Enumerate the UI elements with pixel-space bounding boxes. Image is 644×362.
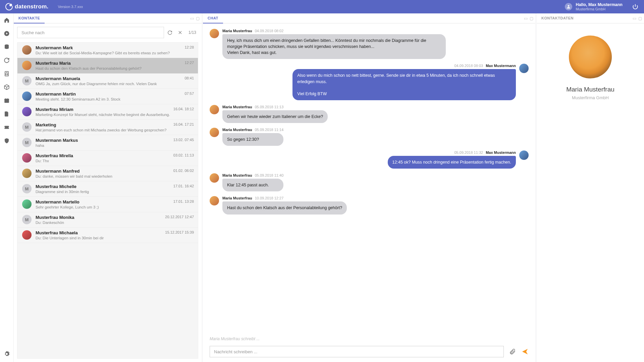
reload-icon[interactable] xyxy=(167,30,172,35)
message-avatar xyxy=(210,29,219,38)
avatar: M xyxy=(22,122,32,132)
tab-kontakte[interactable]: KONTAKTE xyxy=(14,13,45,23)
contact-item[interactable]: MMustermann Markus13.02. 07:45haha xyxy=(17,135,198,150)
close-icon[interactable] xyxy=(178,30,182,35)
avatar xyxy=(22,45,32,55)
message-avatar xyxy=(210,173,219,183)
refresh-icon[interactable] xyxy=(3,57,10,64)
contact-time: 13.02. 07:45 xyxy=(173,138,194,143)
contact-item[interactable]: Mustermann Mark12:28Du: Wie weit ist die… xyxy=(17,43,198,58)
contact-time: 12:27 xyxy=(184,61,194,66)
contact-time: 01.02. 06:02 xyxy=(173,169,194,174)
attach-button[interactable] xyxy=(509,348,516,355)
contact-item[interactable]: Mustermann Manfred01.02. 06:02Du: danke,… xyxy=(17,166,198,181)
avatar xyxy=(22,230,32,240)
chat-messages: Maria Musterfrau04.09.2018 08:02Hey, ich… xyxy=(203,23,535,335)
avatar xyxy=(22,61,32,70)
file-icon[interactable] xyxy=(3,111,10,117)
maximize-panel-icon[interactable]: ▢ xyxy=(196,16,200,21)
user-greeting: Hallo, Max Mustermann xyxy=(576,2,623,7)
contact-item[interactable]: Musterfrau Miriam16.04. 18:12Marketing-K… xyxy=(17,104,198,120)
contact-preview: Meeting steht. 12:30 Seminarraum A2 im 3… xyxy=(36,97,194,101)
play-icon[interactable] xyxy=(3,30,10,37)
contact-item[interactable]: Musterfrau Michaela15.12.2017 15:39Du: D… xyxy=(17,228,198,243)
svg-point-8 xyxy=(7,74,8,75)
search-input[interactable] xyxy=(17,27,164,38)
contact-item[interactable]: MMarketing16.04. 17:21Hat jemand von euc… xyxy=(17,120,198,135)
minimize-panel-icon[interactable]: ▭ xyxy=(633,16,636,21)
contact-name: Marketing xyxy=(36,122,56,127)
svg-point-6 xyxy=(7,73,8,74)
contact-time: 07:57 xyxy=(184,92,194,97)
contact-time: 16.04. 18:12 xyxy=(173,107,194,112)
tab-kontaktdaten[interactable]: KONTAKTDATEN xyxy=(537,13,578,23)
message-input[interactable] xyxy=(210,346,504,357)
message-row: Maria Musterfrau05.09.2018 11:13Gehen wi… xyxy=(210,105,529,123)
minimize-panel-icon[interactable]: ▭ xyxy=(190,16,194,21)
message-row: Maria Musterfrau05.09.2018 11:14So gegen… xyxy=(210,128,529,146)
calculator-icon[interactable] xyxy=(3,70,10,77)
message-row: Maria Musterfrau04.09.2018 08:02Hey, ich… xyxy=(210,29,529,59)
contact-time: 03.02. 11:13 xyxy=(173,153,194,158)
app-header: datenstrom. Version 3.7.xxx Hallo, Max M… xyxy=(0,0,644,13)
svg-point-7 xyxy=(6,74,6,75)
message-bubble: Klar 12:45 passt auch. xyxy=(222,179,283,191)
contact-preview: haha xyxy=(36,143,194,147)
contact-name: Mustermann Martin xyxy=(36,92,76,97)
contact-item[interactable]: Musterfrau Maria12:27Hast du schon den K… xyxy=(17,58,198,73)
brand-logo: datenstrom. xyxy=(5,3,49,10)
contact-item[interactable]: Musterfrau Mirella03.02. 11:13Du: Thx xyxy=(17,150,198,166)
message-bubble: Hast du schon den Klatsch aus der Person… xyxy=(222,201,347,214)
message-bubble: 12:45 ok? Muss noch dringend eine Präsen… xyxy=(388,156,516,169)
contact-item[interactable]: MMusterfrau Monika20.12.2017 12:47Du: Da… xyxy=(17,212,198,228)
contact-name: Musterfrau Michelle xyxy=(36,184,76,189)
maximize-panel-icon[interactable]: ▢ xyxy=(530,16,533,21)
brand-name: datenstrom. xyxy=(15,3,49,10)
contacts-panel: KONTAKTE ▭ ▢ 1/13 Mustermann Mark12:28D xyxy=(14,13,202,362)
chat-panel: CHAT ▭ ▢ Maria Musterfrau04.09.2018 08:0… xyxy=(203,13,535,362)
message-row: Maria Musterfrau05.09.2018 11:40Klar 12:… xyxy=(210,173,529,191)
contact-item[interactable]: Mustermann Martin07:57Meeting steht. 12:… xyxy=(17,89,198,104)
contact-preview: Sehr geehrter Kollege, Lunch um 3 ;) xyxy=(36,205,194,209)
message-timestamp: 04.09.2018 08:02 xyxy=(255,29,284,33)
svg-rect-10 xyxy=(4,99,9,100)
user-block[interactable]: Hallo, Max Mustermann Musterfirma GmbH xyxy=(565,2,623,11)
nav-rail xyxy=(0,13,14,362)
avatar: M xyxy=(22,76,32,85)
home-icon[interactable] xyxy=(3,17,10,23)
contact-time: 16.04. 17:21 xyxy=(173,122,194,127)
cube-icon[interactable] xyxy=(3,84,10,90)
contact-item[interactable]: Mustermann Martello17.01. 13:28Sehr geeh… xyxy=(17,197,198,212)
contact-item[interactable]: MMustermann Manuela08:41OMG Ja, zum Glüc… xyxy=(17,73,198,89)
message-avatar xyxy=(210,128,219,137)
contact-avatar xyxy=(569,36,612,78)
message-bubble: Also wenn du mich schon so nett bittest,… xyxy=(292,69,516,100)
avatar xyxy=(22,199,32,209)
maximize-panel-icon[interactable]: ▢ xyxy=(638,16,642,21)
contact-name: Musterfrau Mirella xyxy=(36,153,73,158)
contact-item[interactable]: MMusterfrau Michelle17.01. 16:42Diagramm… xyxy=(17,181,198,197)
contact-preview: Hat jemand von euch schon mit Michaela z… xyxy=(36,128,194,132)
message-timestamp: 05.09.2018 11:13 xyxy=(255,105,284,109)
send-button[interactable] xyxy=(521,348,529,355)
contact-name: Musterfrau Miriam xyxy=(36,107,73,112)
contact-time: 12:28 xyxy=(184,45,194,50)
svg-point-0 xyxy=(568,5,570,7)
calendar-icon[interactable] xyxy=(3,97,10,104)
message-row: Maria Musterfrau10.09.2018 12:27Hast du … xyxy=(210,196,529,214)
message-avatar xyxy=(210,196,219,205)
user-avatar-icon xyxy=(565,3,572,10)
contact-name: Mustermann Martello xyxy=(36,199,79,204)
tab-chat[interactable]: CHAT xyxy=(203,13,223,23)
ticket-icon[interactable] xyxy=(3,124,10,131)
message-bubble: Hey, ich muss dich um einen dringenden G… xyxy=(222,34,446,59)
contact-name: Mustermann Manfred xyxy=(36,169,79,174)
minimize-panel-icon[interactable]: ▭ xyxy=(524,16,528,21)
logout-button[interactable] xyxy=(632,3,639,10)
database-icon[interactable] xyxy=(3,44,10,50)
avatar: M xyxy=(22,184,32,193)
gear-icon[interactable] xyxy=(3,351,10,357)
message-author: Maria Musterfrau xyxy=(222,29,252,33)
contact-time: 17.01. 16:42 xyxy=(173,184,194,189)
shield-icon[interactable] xyxy=(3,137,10,144)
